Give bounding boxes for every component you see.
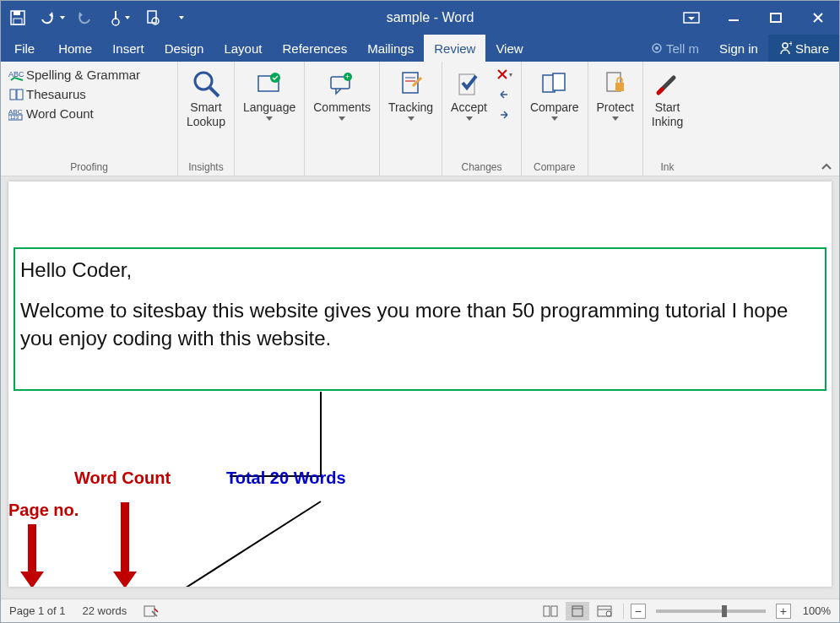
protect-button[interactable]: Protect xyxy=(593,65,637,122)
smart-lookup-button[interactable]: Smart Lookup xyxy=(183,65,229,131)
accept-icon xyxy=(458,67,481,100)
ink-label: Start Inking xyxy=(652,100,683,129)
annotation-line-1 xyxy=(152,392,355,587)
share-label: Share xyxy=(795,41,829,56)
zoom-level[interactable]: 100% xyxy=(794,604,831,617)
ribbon-group-proofing: ABC Spelling & Grammar Thesaurus ABC123 … xyxy=(1,62,178,176)
tracking-label: Tracking xyxy=(388,100,433,115)
previous-change-button[interactable] xyxy=(492,85,516,104)
document-greeting[interactable]: Hello Coder, xyxy=(20,256,820,284)
tab-view[interactable]: View xyxy=(485,35,533,62)
ribbon-group-language: Language xyxy=(235,62,305,176)
protect-label: Protect xyxy=(597,100,634,115)
print-layout-button[interactable] xyxy=(566,602,589,620)
zoom-slider[interactable] xyxy=(656,609,766,613)
svg-rect-33 xyxy=(615,83,624,91)
status-proofing-button[interactable] xyxy=(135,604,167,618)
collapse-ribbon-button[interactable] xyxy=(821,162,832,171)
group-label-ink: Ink xyxy=(648,161,686,176)
ribbon-group-comments: + Comments xyxy=(305,62,380,176)
svg-point-5 xyxy=(152,18,159,24)
ribbon-group-compare: Compare Compare xyxy=(522,62,588,176)
accept-label: Accept xyxy=(451,100,487,115)
annotation-arrow-words xyxy=(117,502,133,587)
status-word-count[interactable]: 22 words xyxy=(74,604,136,617)
svg-line-36 xyxy=(169,501,321,587)
annotation-word-count-label: Word Count xyxy=(74,469,171,488)
reject-button[interactable]: ▾ xyxy=(492,65,516,84)
svg-point-19 xyxy=(195,73,212,89)
touch-mouse-mode-button[interactable] xyxy=(102,1,136,35)
tracking-icon xyxy=(399,67,423,100)
accept-button[interactable]: Accept xyxy=(447,65,490,124)
spelling-grammar-button[interactable]: ABC Spelling & Grammar xyxy=(6,65,172,84)
document-page[interactable]: Hello Coder, Welcome to sitesbay this we… xyxy=(8,181,832,587)
tab-review[interactable]: Review xyxy=(424,35,485,62)
ink-icon xyxy=(655,67,680,100)
svg-rect-29 xyxy=(459,74,474,95)
ribbon: ABC Spelling & Grammar Thesaurus ABC123 … xyxy=(1,62,839,176)
language-button[interactable]: Language xyxy=(240,65,299,122)
sign-in-button[interactable]: Sign in xyxy=(709,35,768,62)
svg-text:123: 123 xyxy=(10,115,19,120)
comments-icon: + xyxy=(329,67,355,100)
tab-references[interactable]: References xyxy=(272,35,357,62)
compare-icon xyxy=(541,67,568,100)
title-bar: sample - Word xyxy=(1,1,839,35)
annotation-arrow-page xyxy=(24,524,41,587)
tab-mailings[interactable]: Mailings xyxy=(357,35,424,62)
tab-insert[interactable]: Insert xyxy=(102,35,154,62)
spelling-label: Spelling & Grammar xyxy=(26,68,140,82)
svg-rect-37 xyxy=(144,606,154,616)
zoom-out-button[interactable]: − xyxy=(631,604,646,619)
group-label-tracking xyxy=(385,173,436,176)
thesaurus-button[interactable]: Thesaurus xyxy=(6,84,172,104)
group-label-changes: Changes xyxy=(447,161,516,176)
word-count-icon: ABC123 xyxy=(8,107,26,121)
svg-rect-40 xyxy=(572,606,583,616)
undo-button[interactable] xyxy=(35,1,68,35)
spelling-icon: ABC xyxy=(8,68,26,82)
svg-rect-38 xyxy=(544,606,550,616)
word-count-label: Word Count xyxy=(26,106,94,121)
status-page-number[interactable]: Page 1 of 1 xyxy=(1,604,74,617)
web-layout-button[interactable] xyxy=(593,602,616,620)
svg-rect-1 xyxy=(14,11,20,15)
annotation-page-no-label: Page no. xyxy=(8,501,79,520)
share-button[interactable]: + Share xyxy=(768,35,839,62)
qat-customize-button[interactable] xyxy=(170,1,190,35)
smart-lookup-icon xyxy=(192,67,220,100)
maximize-button[interactable] xyxy=(755,1,797,35)
next-change-button[interactable] xyxy=(492,106,516,124)
tell-me-input[interactable]: Tell m xyxy=(641,35,709,62)
svg-rect-31 xyxy=(553,73,565,90)
ribbon-tabs: File Home Insert Design Layout Reference… xyxy=(1,35,839,62)
tracking-button[interactable]: Tracking xyxy=(385,65,436,122)
close-button[interactable] xyxy=(797,1,839,35)
zoom-in-button[interactable]: + xyxy=(776,604,791,619)
start-inking-button[interactable]: Start Inking xyxy=(648,65,686,131)
minimize-button[interactable] xyxy=(713,1,755,35)
document-body[interactable]: Welcome to sitesbay this website gives y… xyxy=(20,296,820,353)
svg-rect-7 xyxy=(729,19,739,21)
compare-button[interactable]: Compare xyxy=(527,65,583,122)
tab-design[interactable]: Design xyxy=(154,35,214,62)
redo-button[interactable] xyxy=(68,1,102,35)
window-title: sample - Word xyxy=(190,10,670,25)
tab-layout[interactable]: Layout xyxy=(214,35,272,62)
svg-rect-15 xyxy=(17,89,23,100)
comments-button[interactable]: + Comments xyxy=(310,65,374,122)
ribbon-display-options-button[interactable] xyxy=(670,1,713,35)
svg-rect-14 xyxy=(10,89,16,100)
tab-home[interactable]: Home xyxy=(48,35,102,62)
window-controls xyxy=(670,1,839,35)
highlighted-text-box: Hello Coder, Welcome to sitesbay this we… xyxy=(14,247,826,391)
smart-lookup-label: Smart Lookup xyxy=(187,100,225,129)
read-mode-button[interactable] xyxy=(539,602,562,620)
print-preview-button[interactable] xyxy=(136,1,170,35)
tab-file[interactable]: File xyxy=(1,35,48,62)
word-count-button[interactable]: ABC123 Word Count xyxy=(6,104,172,123)
ribbon-group-changes: Accept ▾ Changes xyxy=(442,62,522,176)
group-label-proofing: Proofing xyxy=(6,161,172,176)
save-button[interactable] xyxy=(1,1,35,35)
